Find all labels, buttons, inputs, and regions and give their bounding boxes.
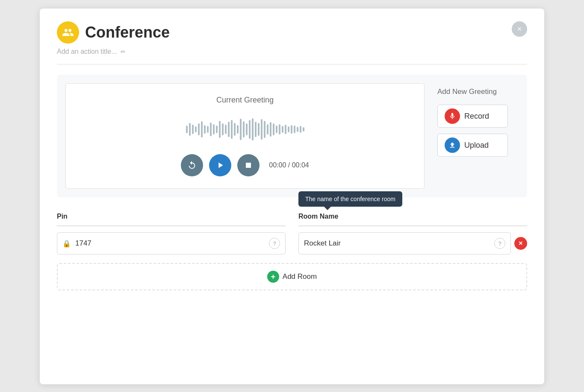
replay-button[interactable]	[181, 154, 203, 176]
header-divider	[57, 64, 527, 64]
fields-row: Pin 🔒 ? Room Name The name of the confer…	[57, 213, 527, 255]
record-button[interactable]: Record	[437, 105, 508, 128]
conference-modal: Conference × Add an action title... ✏ Cu…	[40, 9, 544, 384]
conference-icon	[57, 21, 79, 44]
new-greeting-title: Add New Greeting	[437, 88, 497, 96]
add-room-button[interactable]: + Add Room	[267, 271, 317, 283]
add-room-label: Add Room	[283, 272, 317, 281]
waveform	[76, 117, 414, 142]
fields-section: Pin 🔒 ? Room Name The name of the confer…	[57, 213, 527, 255]
action-title-placeholder: Add an action title...	[57, 48, 117, 56]
room-delete-button[interactable]: ×	[514, 237, 527, 250]
close-button[interactable]: ×	[512, 21, 527, 37]
room-name-label: Room Name	[298, 213, 527, 220]
greeting-inner: Current Greeting	[65, 83, 519, 189]
pin-help-icon[interactable]: ?	[269, 238, 280, 249]
header-left: Conference	[57, 21, 170, 44]
record-icon	[445, 108, 460, 124]
add-room-section[interactable]: + Add Room	[57, 263, 527, 290]
pin-input-wrapper: 🔒 ?	[57, 232, 286, 255]
room-field-wrapper: ? ×	[298, 232, 527, 255]
controls-row: 00:00 / 00:04	[181, 154, 309, 176]
upload-button[interactable]: Upload	[437, 134, 508, 157]
pin-field-group: Pin 🔒 ?	[57, 213, 286, 255]
record-label: Record	[464, 112, 489, 121]
page-title: Conference	[85, 23, 170, 41]
pin-divider	[57, 225, 286, 226]
room-name-input[interactable]	[304, 239, 494, 248]
time-display: 00:00 / 00:04	[269, 161, 309, 169]
lock-icon: 🔒	[62, 240, 71, 248]
action-title-row: Add an action title... ✏	[57, 48, 527, 56]
play-button[interactable]	[209, 154, 231, 176]
upload-label: Upload	[464, 141, 489, 150]
svg-rect-0	[246, 163, 251, 168]
pin-input[interactable]	[75, 239, 269, 248]
room-name-input-wrapper: ?	[298, 232, 511, 255]
greeting-section: Current Greeting	[57, 75, 527, 197]
new-greeting-box: Add New Greeting Record Upload	[433, 83, 519, 189]
pin-label: Pin	[57, 213, 286, 220]
add-room-icon: +	[267, 271, 279, 283]
upload-icon	[445, 137, 460, 153]
current-greeting-title: Current Greeting	[216, 96, 274, 105]
room-name-tooltip: The name of the conference room	[298, 191, 402, 207]
edit-icon[interactable]: ✏	[121, 48, 126, 55]
current-greeting-box: Current Greeting	[65, 83, 425, 189]
room-name-divider	[298, 225, 527, 226]
room-name-help-icon[interactable]: ?	[494, 238, 505, 249]
room-name-field-group: Room Name The name of the conference roo…	[298, 213, 527, 255]
stop-button[interactable]	[237, 154, 260, 176]
modal-header: Conference ×	[57, 21, 527, 44]
